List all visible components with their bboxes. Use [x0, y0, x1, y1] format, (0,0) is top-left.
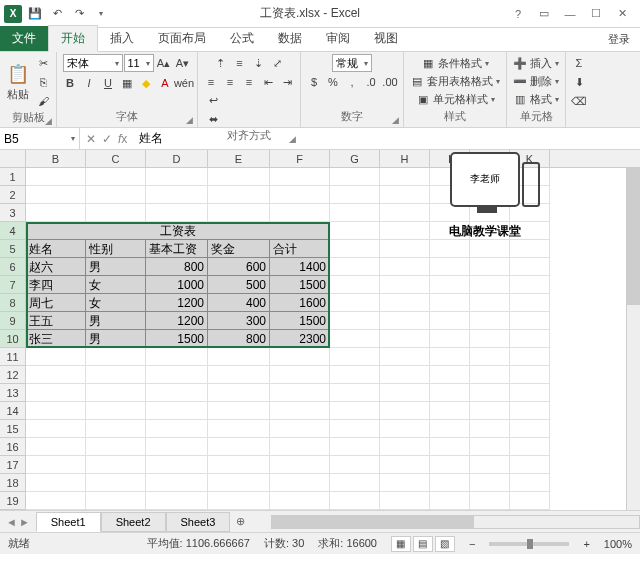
border-icon[interactable]: ▦	[118, 74, 136, 92]
cell[interactable]: 800	[146, 258, 208, 276]
cell[interactable]: 400	[208, 294, 270, 312]
view-normal-icon[interactable]: ▦	[391, 536, 411, 552]
cell[interactable]	[270, 168, 330, 186]
tab-insert[interactable]: 插入	[98, 26, 146, 51]
cell[interactable]: 工资表	[26, 222, 330, 240]
tab-layout[interactable]: 页面布局	[146, 26, 218, 51]
cell[interactable]	[330, 402, 380, 420]
align-right-icon[interactable]: ≡	[240, 73, 258, 91]
fx-icon[interactable]: fx	[118, 132, 127, 146]
cell[interactable]	[86, 204, 146, 222]
indent-decrease-icon[interactable]: ⇤	[259, 73, 277, 91]
cell[interactable]	[430, 276, 470, 294]
cell[interactable]	[430, 420, 470, 438]
font-color-icon[interactable]: A	[156, 74, 174, 92]
cell[interactable]	[470, 474, 510, 492]
cell[interactable]	[330, 204, 380, 222]
cell[interactable]	[270, 186, 330, 204]
fill-color-icon[interactable]: ◆	[137, 74, 155, 92]
cell[interactable]	[270, 204, 330, 222]
cell[interactable]: 1200	[146, 294, 208, 312]
cell[interactable]	[510, 240, 550, 258]
row-header[interactable]: 12	[0, 366, 26, 384]
row-header[interactable]: 13	[0, 384, 26, 402]
cell[interactable]	[380, 258, 430, 276]
cell[interactable]	[86, 456, 146, 474]
align-center-icon[interactable]: ≡	[221, 73, 239, 91]
cell[interactable]	[470, 330, 510, 348]
vertical-scrollbar[interactable]	[626, 168, 640, 510]
cell[interactable]: 500	[208, 276, 270, 294]
cell[interactable]	[380, 474, 430, 492]
cell[interactable]	[380, 438, 430, 456]
row-header[interactable]: 11	[0, 348, 26, 366]
cell[interactable]	[430, 240, 470, 258]
format-cells-button[interactable]: ▥格式▾	[511, 90, 561, 108]
cell[interactable]	[430, 366, 470, 384]
cell[interactable]	[380, 456, 430, 474]
column-header[interactable]: E	[208, 150, 270, 167]
cell[interactable]	[208, 204, 270, 222]
underline-icon[interactable]: U	[99, 74, 117, 92]
cell[interactable]: 2300	[270, 330, 330, 348]
cell[interactable]: 基本工资	[146, 240, 208, 258]
cell[interactable]	[430, 492, 470, 510]
cell[interactable]	[430, 474, 470, 492]
cell-styles-button[interactable]: ▣单元格样式▾	[414, 90, 497, 108]
cell[interactable]	[470, 402, 510, 420]
cell[interactable]	[510, 384, 550, 402]
cell[interactable]: 奖金	[208, 240, 270, 258]
cell[interactable]	[380, 240, 430, 258]
cell[interactable]: 男	[86, 258, 146, 276]
cell[interactable]	[146, 492, 208, 510]
name-box[interactable]: B5▾	[0, 128, 80, 149]
close-icon[interactable]: ✕	[610, 4, 634, 24]
increase-decimal-icon[interactable]: .0	[362, 73, 380, 91]
cell[interactable]	[86, 366, 146, 384]
row-header[interactable]: 2	[0, 186, 26, 204]
view-page-layout-icon[interactable]: ▤	[413, 536, 433, 552]
percent-icon[interactable]: %	[324, 73, 342, 91]
align-top-icon[interactable]: ⇡	[212, 54, 230, 72]
cell[interactable]	[330, 384, 380, 402]
cell[interactable]: 王五	[26, 312, 86, 330]
cell[interactable]	[26, 186, 86, 204]
cell[interactable]	[26, 492, 86, 510]
cell[interactable]	[146, 438, 208, 456]
cell[interactable]	[430, 330, 470, 348]
insert-cells-button[interactable]: ➕插入▾	[511, 54, 561, 72]
cell[interactable]	[270, 348, 330, 366]
cell[interactable]	[270, 438, 330, 456]
cell[interactable]: 张三	[26, 330, 86, 348]
save-icon[interactable]: 💾	[25, 4, 45, 24]
sheet-tab[interactable]: Sheet3	[166, 512, 231, 532]
cell[interactable]	[270, 420, 330, 438]
row-header[interactable]: 16	[0, 438, 26, 456]
column-header[interactable]: F	[270, 150, 330, 167]
cell[interactable]	[430, 456, 470, 474]
cell[interactable]	[510, 312, 550, 330]
row-header[interactable]: 3	[0, 204, 26, 222]
ribbon-options-icon[interactable]: ▭	[532, 4, 556, 24]
align-bottom-icon[interactable]: ⇣	[250, 54, 268, 72]
cell[interactable]	[330, 438, 380, 456]
cell[interactable]	[26, 348, 86, 366]
conditional-format-button[interactable]: ▦条件格式▾	[419, 54, 491, 72]
cell[interactable]	[26, 168, 86, 186]
row-header[interactable]: 6	[0, 258, 26, 276]
launcher-icon[interactable]: ◢	[186, 115, 193, 125]
fill-icon[interactable]: ⬇	[570, 73, 588, 91]
cell[interactable]	[510, 294, 550, 312]
cell[interactable]: 赵六	[26, 258, 86, 276]
zoom-in-icon[interactable]: +	[583, 538, 589, 550]
cell[interactable]	[86, 474, 146, 492]
cell[interactable]	[510, 348, 550, 366]
decrease-decimal-icon[interactable]: .00	[381, 73, 399, 91]
cell[interactable]	[510, 402, 550, 420]
orientation-icon[interactable]: ⤢	[269, 54, 287, 72]
cell[interactable]	[330, 258, 380, 276]
horizontal-scrollbar[interactable]	[271, 515, 640, 529]
row-header[interactable]: 4	[0, 222, 26, 240]
excel-icon[interactable]: X	[3, 4, 23, 24]
cell[interactable]	[270, 384, 330, 402]
